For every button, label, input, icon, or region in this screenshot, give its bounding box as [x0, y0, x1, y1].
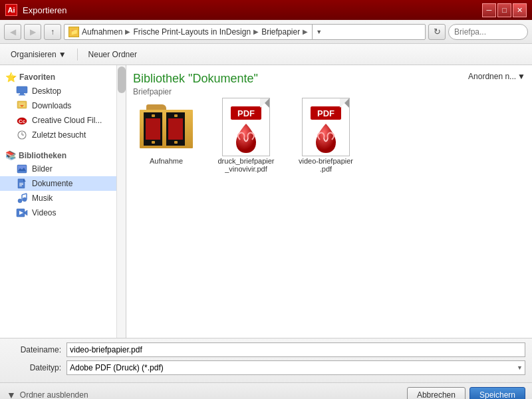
folder-thumbnail: [140, 100, 193, 154]
file-area-header: Bibliothek "Dokumente" Briefpapier Anord…: [133, 72, 525, 96]
folder-icon: 📁: [68, 27, 79, 37]
address-bar[interactable]: 📁 Aufnahmen ▶ Frische Print-Layouts in I…: [64, 24, 426, 40]
new-folder-button[interactable]: Neuer Ordner: [83, 47, 142, 63]
arrange-arrow: ▼: [517, 72, 525, 81]
svg-rect-0: [17, 86, 27, 93]
breadcrumb-item-2[interactable]: Frische Print-Layouts in InDesign: [133, 27, 251, 37]
refresh-button[interactable]: ↻: [428, 24, 446, 40]
save-button[interactable]: Speichern: [469, 387, 525, 400]
library-icon: 📚: [5, 150, 16, 160]
hide-folders-label: Ordner ausblenden: [20, 390, 88, 400]
breadcrumb-arrow-1: ▶: [125, 28, 130, 35]
address-dropdown-button[interactable]: ▼: [312, 24, 325, 40]
organize-button[interactable]: Organisieren ▼: [5, 47, 72, 63]
sidebar-section-libraries-label: Bibliotheken: [19, 151, 66, 160]
sidebar-item-desktop-label: Desktop: [32, 86, 61, 96]
svg-rect-17: [19, 184, 23, 185]
sidebar-section-favorites-label: Favoriten: [19, 72, 55, 82]
toolbar: Organisieren ▼ Neuer Ordner: [0, 44, 532, 65]
sidebar-item-music[interactable]: Musik: [0, 191, 126, 205]
svg-rect-16: [19, 183, 23, 184]
pdf2-thumbnail: PDF: [299, 100, 352, 154]
navigation-bar: ◀ ▶ ↑ 📁 Aufnahmen ▶ Frische Print-Layout…: [0, 20, 532, 44]
film-strip-right: [166, 112, 185, 146]
filetype-label: Dateityp:: [7, 363, 66, 372]
back-button[interactable]: ◀: [4, 24, 21, 40]
music-icon: [16, 193, 28, 203]
filename-row: Dateiname:: [7, 342, 525, 357]
sidebar-item-images[interactable]: Bilder: [0, 162, 126, 176]
file-item-pdf1[interactable]: PDF: [213, 100, 279, 174]
corner-fold-front-2: [340, 98, 349, 108]
sidebar-item-videos-label: Videos: [32, 208, 56, 217]
main-area: ⭐ Favoriten Desktop Downloads Cc Creativ…: [0, 65, 532, 338]
arrange-label: Anordnen n...: [468, 72, 516, 81]
breadcrumb: Aufnahmen ▶ Frische Print-Layouts in InD…: [82, 27, 309, 37]
toolbar-divider: [77, 49, 78, 61]
organize-dropdown-arrow: ▼: [59, 50, 66, 59]
sidebar-item-creative-cloud-label: Creative Cloud Fil...: [32, 116, 102, 125]
file-grid: Aufnahme PDF: [133, 100, 525, 174]
file-area-subtitle: Briefpapier: [133, 87, 258, 96]
sidebar-item-videos[interactable]: Videos: [0, 205, 126, 220]
file-item-pdf1-label: druck_briefpapier_vinovivir.pdf: [216, 156, 277, 174]
window-title: Exportieren: [23, 5, 66, 15]
breadcrumb-item-1[interactable]: Aufnahmen: [82, 27, 122, 37]
sidebar-section-libraries[interactable]: 📚 Bibliotheken: [0, 148, 126, 162]
pdf1-thumbnail: PDF: [219, 100, 273, 154]
sidebar-item-images-label: Bilder: [32, 164, 53, 174]
documents-icon: [16, 178, 28, 189]
file-area: Bibliothek "Dokumente" Briefpapier Anord…: [126, 65, 532, 338]
sidebar-section-favorites[interactable]: ⭐ Favoriten: [0, 69, 126, 84]
sidebar-scrollbar[interactable]: [116, 65, 126, 338]
filename-label: Dateiname:: [7, 345, 66, 354]
acrobat-icon: [231, 122, 261, 154]
svg-point-20: [23, 198, 27, 201]
sidebar-item-documents[interactable]: Dokumente: [0, 176, 126, 191]
sidebar-item-recent-label: Zuletzt besucht: [32, 130, 86, 140]
sidebar-item-desktop[interactable]: Desktop: [0, 84, 126, 98]
app-icon: Ai: [5, 4, 17, 16]
close-button[interactable]: ✕: [513, 3, 527, 17]
downloads-icon: [16, 100, 28, 111]
sidebar-item-music-label: Musik: [32, 194, 53, 203]
svg-marker-25: [25, 210, 27, 215]
arrange-button[interactable]: Anordnen n... ▼: [468, 72, 525, 81]
recent-icon: [16, 130, 28, 140]
filetype-select[interactable]: Adobe PDF (Druck) (*.pdf): [66, 360, 525, 375]
breadcrumb-item-3[interactable]: Briefpapier: [261, 27, 300, 37]
cancel-button[interactable]: Abbrechen: [407, 387, 466, 400]
scrollbar-thumb[interactable]: [118, 66, 126, 93]
maximize-button[interactable]: □: [497, 3, 511, 17]
sidebar-item-documents-label: Dokumente: [32, 179, 72, 188]
folder-body: [140, 110, 193, 148]
pdf-badge-2: PDF: [311, 106, 341, 120]
svg-rect-2: [19, 94, 25, 96]
footer: ▼ Ordner ausblenden Abbrechen Speichern: [0, 382, 532, 399]
film-strip-left: [144, 112, 162, 146]
forward-button[interactable]: ▶: [24, 24, 41, 40]
filetype-select-wrapper: Adobe PDF (Druck) (*.pdf) ▼: [66, 360, 525, 375]
svg-text:Cc: Cc: [19, 118, 26, 124]
videos-icon: [16, 207, 28, 218]
svg-rect-18: [19, 186, 22, 186]
search-input[interactable]: [448, 24, 528, 40]
up-button[interactable]: ↑: [44, 24, 61, 40]
corner-fold-front: [260, 98, 269, 108]
file-item-folder[interactable]: Aufnahme: [133, 100, 200, 166]
filename-input[interactable]: [66, 342, 525, 357]
sidebar-item-downloads-label: Downloads: [32, 101, 71, 110]
sidebar-item-recent[interactable]: Zuletzt besucht: [0, 128, 126, 142]
minimize-button[interactable]: ─: [482, 3, 496, 17]
file-area-title: Bibliothek "Dokumente": [133, 72, 258, 86]
desktop-icon: [16, 86, 28, 96]
acrobat-icon-2: [311, 122, 341, 154]
hide-folders-icon: ▼: [7, 390, 16, 400]
sidebar-item-downloads[interactable]: Downloads: [0, 98, 126, 113]
pdf-badge: PDF: [231, 106, 261, 120]
window-controls: ─ □ ✕: [482, 3, 527, 17]
file-item-pdf2[interactable]: PDF: [293, 100, 359, 174]
sidebar-item-creative-cloud[interactable]: Cc Creative Cloud Fil...: [0, 113, 126, 128]
hide-folders-toggle[interactable]: ▼ Ordner ausblenden: [7, 390, 88, 400]
file-item-pdf2-label: video-briefpapier.pdf: [297, 156, 355, 174]
